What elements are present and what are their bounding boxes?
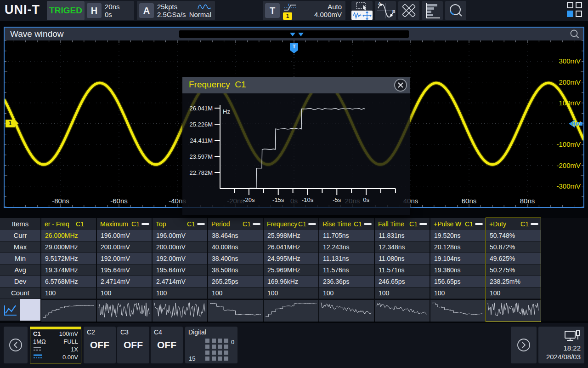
window-layout-button[interactable] (567, 2, 584, 19)
column-minimize-button[interactable] (419, 223, 427, 225)
stat-value-cell: 50.748% (486, 230, 541, 242)
measure-name: +Pulse W (434, 218, 461, 230)
acquire-settings-block[interactable]: A 25kpts 2.5GSa/s Normal (137, 1, 215, 20)
search-button[interactable] (445, 1, 466, 20)
row-label: Curr (0, 230, 40, 242)
measure-channel: C1 (187, 218, 195, 230)
digital-bit-icon (212, 345, 216, 349)
measure-column-header[interactable]: FrequencyC1 (264, 218, 318, 230)
histogram-icon (422, 1, 443, 20)
channel-name: C4 (154, 328, 162, 336)
measure-column-header[interactable]: Rise TimeC1 (319, 218, 374, 230)
measure-column-header[interactable]: MaximumC1 (97, 218, 152, 230)
column-minimize-button[interactable] (197, 223, 205, 225)
sparkline-cell[interactable] (208, 300, 263, 322)
measure-column-header[interactable]: Fall TimeC1 (375, 218, 430, 230)
measure-channel: C1 (243, 218, 251, 230)
measure-channel: C1 (520, 218, 529, 230)
measure-column-header[interactable]: +DutyC1 (486, 218, 541, 230)
channel-c4-card[interactable]: C4OFF (151, 327, 183, 363)
column-minimize-button[interactable] (531, 223, 538, 225)
column-minimize-button[interactable] (475, 223, 483, 225)
volt-axis-label: 200mV (548, 78, 581, 86)
sparkline-cell[interactable] (264, 300, 318, 322)
layout-pane-icon (576, 11, 582, 17)
digital-bit-icon (205, 339, 209, 343)
row-label: Dev (0, 276, 40, 288)
stat-value-cell: 12.348ns (375, 242, 430, 253)
stat-value-cell: 25.998MHz (264, 230, 318, 242)
sparkline-cell[interactable] (41, 300, 96, 322)
channel-c2-card[interactable]: C2OFF (84, 327, 116, 363)
stat-value-cell: 19.374MHz (41, 264, 96, 276)
stat-value-cell: 265.25ps (208, 276, 263, 288)
top-status-bar: UNI-T TRIGED H 20ns 0s A 25kpts 2.5GSa/s… (0, 0, 588, 21)
close-icon (395, 80, 406, 91)
popup-titlebar[interactable]: Frequency C1 (182, 77, 410, 93)
channel1-level-marker[interactable]: 1 (6, 120, 15, 127)
volt-axis-label: -200mV (548, 161, 581, 170)
select-drag-mode-button[interactable] (351, 1, 373, 20)
stat-value-cell: 25.969MHz (264, 264, 318, 276)
stat-value-cell: 100 (153, 288, 207, 299)
system-clock-panel[interactable]: 18:22 2024/08/03 (538, 327, 584, 363)
ab-cursor-curve-button[interactable]: A B (375, 1, 396, 20)
wave-window-titlebar: Wave window (5, 28, 583, 40)
statistics-sparkline (209, 300, 262, 320)
trigger-level-value: 4.000mV (314, 11, 342, 18)
time-axis-label: 60ns (448, 197, 490, 205)
sparkline-cell[interactable] (97, 300, 152, 322)
sparkline-cell[interactable] (375, 300, 430, 322)
digital-bit-icon (224, 351, 228, 355)
column-minimize-button[interactable] (308, 223, 316, 225)
digital-label: Digital (188, 328, 206, 336)
stat-value-cell: 238.25m% (486, 276, 541, 288)
trigger-position-marker[interactable]: T (290, 43, 298, 50)
channel1-waveform-style-icon (33, 354, 42, 359)
channel-state: OFF (151, 339, 183, 351)
channel1-card[interactable]: C1 100mV 1MΩ FULL 1X 0.00V (30, 327, 81, 363)
memory-depth-value: 25kpts (157, 3, 177, 11)
trend-view-blank-toggle[interactable] (20, 299, 40, 321)
trigger-settings-block[interactable]: T T 1 Auto 4.000mV (263, 1, 345, 20)
measure-channel: C1 (409, 218, 418, 230)
histogram-button[interactable] (422, 1, 443, 20)
popup-close-button[interactable] (394, 79, 407, 92)
digital-bit-icon (218, 339, 222, 343)
column-minimize-button[interactable] (253, 223, 260, 225)
trend-view-toggle[interactable] (0, 299, 20, 321)
stat-value-cell: 196.00mV (153, 230, 207, 242)
column-minimize-button[interactable] (141, 223, 149, 225)
digital-last-channel: 15 (189, 355, 195, 362)
scroll-left-button[interactable] (4, 327, 28, 363)
stat-value-cell: 100 (208, 288, 263, 299)
channel-c3-card[interactable]: C3OFF (117, 327, 149, 363)
statistics-sparkline (487, 300, 540, 320)
measure-column-header[interactable]: +Pulse WC1 (430, 218, 485, 230)
sparkline-cell[interactable] (486, 300, 541, 322)
sparkline-cell[interactable] (153, 300, 207, 322)
volt-axis-label: 300mV (548, 57, 581, 65)
row-label: Count (0, 288, 40, 299)
chevron-right-icon (516, 338, 531, 352)
scroll-right-button[interactable] (511, 327, 537, 363)
trigger-sweep-value: Auto (328, 3, 342, 11)
wave-zoom-button[interactable] (570, 29, 580, 39)
sparkline-cell[interactable] (319, 300, 374, 322)
stat-value-cell: 100 (264, 288, 318, 299)
column-minimize-button[interactable] (364, 223, 372, 225)
row-label: Max (0, 242, 40, 253)
measure-column-header[interactable]: PeriodC1 (208, 218, 263, 230)
stat-value-cell: 38.508ns (208, 264, 263, 276)
measure-column-header[interactable]: TopC1 (153, 218, 207, 230)
measure-column-header[interactable]: er - FreqC1 (41, 218, 96, 230)
digital-channels-card[interactable]: Digital 0 15 (185, 327, 237, 363)
svg-text:-20s: -20s (243, 196, 255, 203)
measure-tools-button[interactable] (398, 1, 419, 20)
timebase-value: 20ns (105, 3, 120, 11)
stat-value-cell: 50.275% (486, 264, 541, 276)
waveform-position-bar[interactable] (179, 30, 409, 38)
horizontal-settings-block[interactable]: H 20ns 0s (85, 1, 134, 20)
sparkline-cell[interactable] (430, 300, 485, 322)
statistics-sparkline (98, 300, 151, 320)
